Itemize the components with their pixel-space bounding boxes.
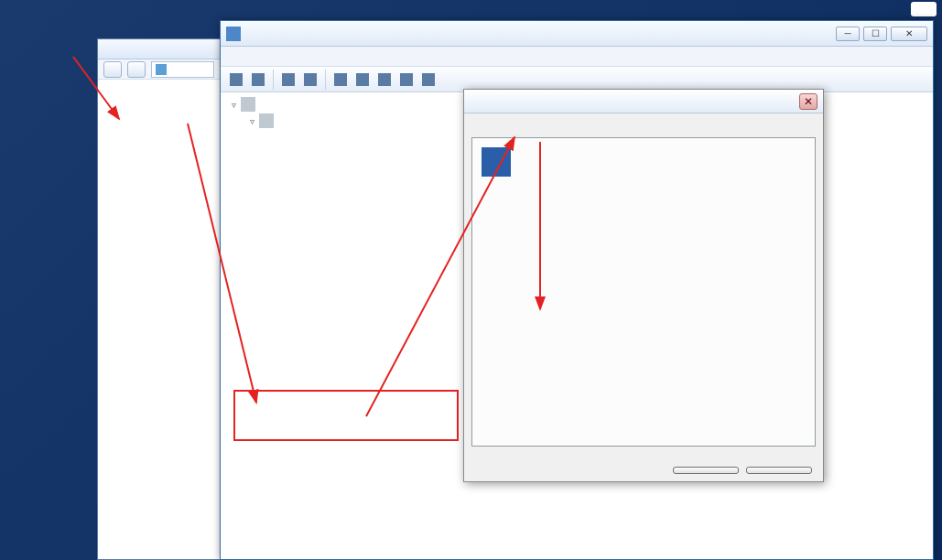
tb-7[interactable] xyxy=(418,70,439,90)
tray-icon xyxy=(911,2,937,16)
path-icon xyxy=(156,64,167,75)
nav-back-button[interactable] xyxy=(103,61,122,78)
devmgr-menubar xyxy=(221,47,933,67)
device-header xyxy=(482,147,806,177)
props-close-button[interactable]: ✕ xyxy=(799,93,817,110)
minimize-button[interactable]: ─ xyxy=(836,27,860,41)
tb-3[interactable] xyxy=(330,70,351,90)
display-icon xyxy=(259,113,274,128)
props-tab-body xyxy=(471,137,816,447)
desktop: ─ ☐ ✕ ▿ ▿ xyxy=(0,0,942,560)
props-titlebar[interactable]: ✕ xyxy=(464,90,823,113)
system-section-label xyxy=(0,0,92,11)
tb-2[interactable] xyxy=(300,70,320,90)
tb-back[interactable] xyxy=(226,70,246,90)
explorer-nav xyxy=(98,59,220,80)
ok-button[interactable] xyxy=(673,467,739,474)
nav-fwd-button[interactable] xyxy=(127,61,146,78)
close-button[interactable]: ✕ xyxy=(891,27,927,41)
maximize-button[interactable]: ☐ xyxy=(863,27,887,41)
browser-section-label xyxy=(7,362,15,370)
devmgr-titlebar[interactable]: ─ ☐ ✕ xyxy=(221,21,933,47)
device-icon xyxy=(482,147,511,177)
highlight-display-adapters xyxy=(233,390,459,441)
address-bar[interactable] xyxy=(151,61,214,78)
devmgr-icon xyxy=(226,27,241,41)
explorer-titlebar xyxy=(98,39,220,59)
tb-5[interactable] xyxy=(374,70,395,90)
tb-4[interactable] xyxy=(352,70,373,90)
tb-6[interactable] xyxy=(396,70,417,90)
tb-1[interactable] xyxy=(278,70,298,90)
cancel-button[interactable] xyxy=(746,467,812,474)
see-also-section xyxy=(105,546,212,550)
computer-icon xyxy=(241,97,255,112)
control-panel-body xyxy=(98,80,220,105)
tb-fwd[interactable] xyxy=(248,70,268,90)
control-panel-window xyxy=(97,38,221,560)
device-properties-dialog: ✕ xyxy=(463,89,824,482)
props-tabs xyxy=(464,117,823,139)
